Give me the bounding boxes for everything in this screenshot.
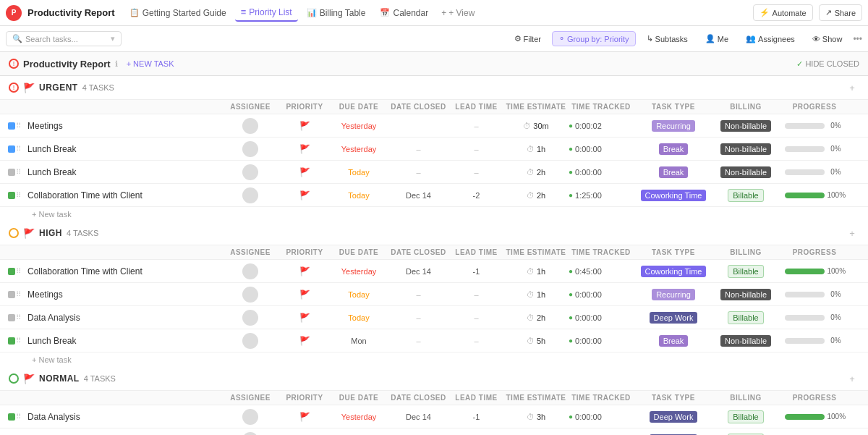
filter-btn[interactable]: ⚙ Filter	[508, 31, 548, 46]
priority-u2[interactable]: 🚩	[279, 144, 330, 154]
time-tracked-val-u1: 0:00:02	[575, 122, 602, 130]
task-name-u3[interactable]: Lunch Break	[25, 167, 221, 177]
tab-calendar-label: Calendar	[393, 8, 428, 18]
section-normal: 🚩 NORMAL 4 TASKS + ASSIGNEE PRIORITY DUE…	[0, 367, 868, 435]
task-check-u2	[0, 145, 14, 153]
due-date-u2: Yesterday	[330, 144, 388, 154]
tab-billing-table-label: Billing Table	[320, 8, 366, 18]
section-count-urgent: 4 TASKS	[82, 83, 114, 92]
lead-time-val-u1: –	[474, 122, 478, 130]
top-nav: P Productivity Report 📋 Getting Started …	[0, 0, 868, 26]
priority-u3[interactable]: 🚩	[279, 167, 330, 177]
table-row: ⠿ Lunch Break 🚩 Mon – – ⏱5h ●0:00:00 Bre…	[0, 329, 868, 352]
billing-u2: Non-billable	[713, 144, 778, 154]
automate-label: Automate	[773, 9, 807, 17]
show-label: Show	[822, 35, 843, 43]
share-icon: ↗	[825, 8, 832, 17]
app-logo: P	[6, 5, 22, 21]
section-header-high: 🚩 HIGH 4 TASKS +	[0, 221, 868, 245]
section-add-icon[interactable]: +	[845, 80, 859, 95]
drag-handle-u2[interactable]: ⠿	[14, 145, 25, 153]
tab-priority-list-label: Priority List	[249, 7, 292, 17]
search-icon: 🔍	[12, 34, 22, 43]
avatar-u2	[242, 141, 258, 157]
me-btn[interactable]: 👤 Me	[699, 31, 735, 46]
task-check-u1	[0, 122, 14, 130]
toolbar: 🔍 Search tasks... ▾ ⚙ Filter ⚬ Group by:…	[0, 26, 868, 52]
subtasks-btn[interactable]: ↳ Subtasks	[640, 31, 694, 46]
me-icon: 👤	[705, 34, 715, 43]
section-title-high: HIGH	[39, 228, 62, 238]
col-lead-time-header: LEAD TIME	[449, 103, 503, 111]
billing-u1: Non-billable	[713, 121, 778, 131]
filter-icon: ⚙	[514, 34, 522, 43]
nav-right: ⚡ Automate ↗ Share	[753, 4, 862, 21]
drag-handle-u4[interactable]: ⠿	[14, 191, 25, 199]
new-task-row-urgent[interactable]: + New task	[0, 207, 868, 221]
new-task-row-high[interactable]: + New task	[0, 352, 868, 367]
due-date-val-u2: Yesterday	[341, 145, 377, 153]
lead-time-u1: –	[449, 121, 503, 131]
time-tracked-u2: ●0:00:00	[569, 145, 634, 153]
new-task-btn[interactable]: + NEW TASK	[122, 58, 179, 69]
assignees-label: Assignees	[758, 35, 795, 43]
flag-icon-u1: 🚩	[299, 121, 310, 131]
task-name-u4[interactable]: Collaboration Time with Client	[25, 190, 221, 200]
share-btn[interactable]: ↗ Share	[819, 4, 862, 21]
section-urgent: ! 🚩 URGENT 4 TASKS + ASSIGNEE PRIORITY D…	[0, 76, 868, 221]
more-icon[interactable]: •••	[853, 34, 862, 44]
tab-calendar[interactable]: 📅 Calendar	[374, 5, 434, 21]
time-est-u2: ⏱1h	[503, 145, 569, 153]
priority-u1[interactable]: 🚩	[279, 121, 330, 131]
task-name-u1[interactable]: Meetings	[25, 121, 221, 131]
time-est-val-u2: 1h	[537, 145, 545, 153]
col-headers-normal: ASSIGNEE PRIORITY DUE DATE DATE CLOSED L…	[0, 391, 868, 405]
priority-u4[interactable]: 🚩	[279, 190, 330, 200]
col-headers-urgent: ASSIGNEE PRIORITY DUE DATE DATE CLOSED L…	[0, 100, 868, 114]
section-high: 🚩 HIGH 4 TASKS + ASSIGNEE PRIORITY DUE D…	[0, 221, 868, 367]
show-icon: 👁	[812, 35, 820, 43]
table-row: ⠿ Collaboration Time with Client 🚩 Yeste…	[0, 260, 868, 283]
assignees-btn[interactable]: 👥 Assignees	[739, 31, 801, 46]
billing-badge-u2: Non-billable	[720, 143, 771, 155]
drag-handle-u3[interactable]: ⠿	[14, 168, 25, 176]
tab-getting-started[interactable]: 📋 Getting Started Guide	[124, 5, 232, 21]
main-content: ! Productivity Report ℹ + NEW TASK ✓ HID…	[0, 52, 868, 435]
lead-time-u2: –	[449, 144, 503, 154]
time-tracked-u1: ●0:00:02	[569, 122, 634, 130]
add-view-label: + View	[448, 8, 475, 18]
table-row: ⠿ Meetings 🚩 Yesterday – ⏱30m ●0:00:02 R…	[0, 114, 868, 138]
section-header-urgent: ! 🚩 URGENT 4 TASKS +	[0, 76, 868, 100]
billing-badge-u1: Non-billable	[720, 120, 771, 132]
group-by-btn[interactable]: ⚬ Group by: Priority	[552, 31, 636, 46]
add-view-btn[interactable]: + + View	[437, 5, 479, 21]
filter-label: Filter	[524, 35, 541, 43]
section-add-normal[interactable]: +	[845, 371, 859, 386]
hide-closed-btn[interactable]: ✓ HIDE CLOSED	[796, 59, 859, 69]
time-est-val-u1: 30m	[533, 122, 548, 130]
search-box[interactable]: 🔍 Search tasks... ▾	[6, 31, 122, 46]
app-title: Productivity Report	[27, 7, 115, 18]
time-tracked-val-u2: 0:00:00	[575, 145, 602, 153]
table-icon: 📊	[307, 8, 317, 17]
flag-icon-u2: 🚩	[299, 144, 310, 154]
clock-icon-u1: ●	[569, 122, 573, 130]
clock-icon-u2: ●	[569, 145, 573, 153]
task-name-u2[interactable]: Lunch Break	[25, 144, 221, 154]
group-icon: ⚬	[558, 34, 565, 43]
subtasks-icon: ↳	[647, 34, 653, 43]
section-add-high[interactable]: +	[845, 226, 859, 240]
time-est-u1: ⏱30m	[503, 122, 569, 130]
drag-handle-u1[interactable]: ⠿	[14, 122, 25, 130]
automate-btn[interactable]: ⚡ Automate	[753, 4, 813, 21]
show-btn[interactable]: 👁 Show	[806, 32, 849, 46]
search-placeholder: Search tasks...	[25, 35, 78, 43]
progress-u2: 0%	[778, 145, 851, 153]
due-date-val-u1: Yesterday	[341, 122, 377, 130]
tab-billing-table[interactable]: 📊 Billing Table	[301, 5, 372, 21]
section-title-urgent: URGENT	[39, 83, 78, 93]
automate-icon: ⚡	[760, 8, 770, 17]
hide-closed-label: HIDE CLOSED	[805, 59, 859, 68]
tab-priority-list[interactable]: ≡ Priority List	[235, 4, 298, 22]
subtasks-label: Subtasks	[655, 35, 688, 43]
